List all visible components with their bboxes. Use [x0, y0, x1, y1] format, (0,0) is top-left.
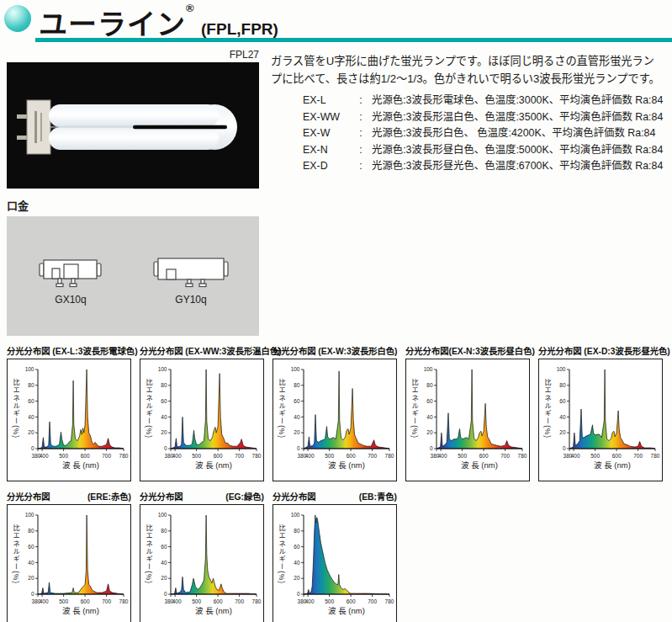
- chart-panel: 比エネルギー(%)020406080100380400500600700780波…: [273, 359, 397, 481]
- chart-panel: 比エネルギー(%)020406080100380400500600700780波…: [140, 359, 264, 481]
- chart-title: 分光分布図(ERE:赤色): [7, 490, 131, 502]
- spectral-charts-row-2: 分光分布図(ERE:赤色)比エネルギー(%)020406080100380400…: [0, 490, 672, 622]
- spectral-plot: 020406080100380400500600700780波 長 (nm): [273, 361, 396, 479]
- svg-text:0: 0: [297, 445, 300, 451]
- svg-text:40: 40: [294, 414, 300, 420]
- top-section: FPL27: [0, 49, 672, 189]
- spectral-chart-EX-W: 分光分布図 (EX-W:3波長形白色)比エネルギー(%)020406080100…: [273, 344, 397, 481]
- chart-title-left: 分光分布図: [140, 490, 183, 502]
- svg-text:400: 400: [305, 598, 315, 604]
- svg-text:600: 600: [347, 453, 356, 459]
- chart-title-left: 分光分布図(EX-N:3波長形昼白色): [405, 344, 535, 356]
- svg-text:780: 780: [119, 598, 129, 604]
- spectral-chart-ERE: 分光分布図(ERE:赤色)比エネルギー(%)020406080100380400…: [7, 490, 131, 622]
- base-diagram-box: GX10q GY10q: [7, 216, 259, 336]
- spectral-chart-EG: 分光分布図(EG:緑色)比エネルギー(%)0204060801003804005…: [140, 490, 264, 622]
- spectral-plot: 020406080100380400500600700780波 長 (nm): [140, 361, 263, 479]
- svg-text:600: 600: [81, 598, 90, 604]
- svg-text:100: 100: [557, 366, 566, 372]
- spec-code: EX-WW: [303, 109, 350, 126]
- product-description: ガラス管をU字形に曲げた蛍光ランプです。ほぼ同じ明るさの直管形蛍光ランプに比べて…: [271, 52, 664, 88]
- svg-text:100: 100: [158, 366, 167, 372]
- spectral-plot: 020406080100380400500600700780波 長 (nm): [8, 507, 130, 622]
- chart-title-right: (EG:緑色): [225, 490, 264, 502]
- svg-text:600: 600: [214, 598, 223, 604]
- spectral-chart-EX-L: 分光分布図 (EX-L:3波長形電球色)比エネルギー(%)02040608010…: [7, 344, 131, 481]
- x-axis-label: 波 長 (nm): [461, 460, 498, 470]
- svg-text:400: 400: [40, 453, 49, 459]
- spectral-plot: 020406080100380400500600700780波 長 (nm): [406, 361, 529, 479]
- spec-separator: :: [350, 93, 372, 109]
- svg-text:500: 500: [59, 598, 68, 604]
- svg-text:700: 700: [368, 598, 377, 604]
- x-axis-label: 波 長 (nm): [62, 460, 99, 470]
- svg-text:20: 20: [294, 429, 300, 435]
- chart-panel: 比エネルギー(%)020406080100380400500600700780波…: [7, 504, 131, 622]
- svg-text:780: 780: [651, 453, 660, 459]
- svg-text:500: 500: [192, 453, 201, 459]
- chart-panel: 比エネルギー(%)020406080100380400500600700780波…: [140, 504, 264, 622]
- svg-text:780: 780: [518, 453, 527, 459]
- spectral-chart-EX-D: 分光分布図 (EX-D:3波長形昼光色)比エネルギー(%)02040608010…: [538, 344, 663, 481]
- spectral-chart-EX-N: 分光分布図(EX-N:3波長形昼白色)比エネルギー(%)020406080100…: [405, 344, 530, 481]
- svg-text:0: 0: [31, 445, 34, 451]
- svg-text:40: 40: [294, 560, 300, 566]
- base-label-gy10q: GY10q: [148, 294, 234, 306]
- svg-text:500: 500: [590, 453, 600, 459]
- base-section-title: 口金: [7, 197, 672, 213]
- x-axis-label: 波 長 (nm): [195, 460, 232, 470]
- spectral-plot: 020406080100380400500600700780波 長 (nm): [8, 361, 130, 479]
- svg-text:500: 500: [192, 598, 201, 604]
- chart-panel: 比エネルギー(%)020406080100380400500600700780波…: [538, 359, 663, 481]
- svg-text:80: 80: [559, 382, 566, 388]
- svg-text:780: 780: [385, 598, 394, 604]
- svg-text:20: 20: [161, 575, 167, 581]
- spec-description: 光源色:3波長形白色、 色温度:4200K、平均演色評価数 Ra:84: [372, 125, 664, 142]
- spec-description: 光源色:3波長形昼白色、色温度:5000K、平均演色評価数 Ra:84: [372, 142, 664, 159]
- svg-text:40: 40: [28, 414, 34, 420]
- svg-text:700: 700: [633, 453, 643, 459]
- spec-row-EX-N: EX-N:光源色:3波長形昼白色、色温度:5000K、平均演色評価数 Ra:84: [303, 142, 664, 159]
- chart-title: 分光分布図(EX-N:3波長形昼白色): [405, 344, 530, 356]
- svg-text:700: 700: [368, 453, 377, 459]
- svg-text:600: 600: [479, 453, 489, 459]
- chart-title: 分光分布図 (EX-W:3波長形白色): [273, 344, 397, 356]
- spec-row-EX-W: EX-W:光源色:3波長形白色、 色温度:4200K、平均演色評価数 Ra:84: [303, 125, 664, 142]
- base-label-gx10q: GX10q: [32, 294, 109, 306]
- svg-text:400: 400: [172, 598, 182, 604]
- svg-text:700: 700: [102, 598, 111, 604]
- chart-title: 分光分布図(EG:緑色): [140, 490, 264, 502]
- svg-text:500: 500: [458, 453, 467, 459]
- svg-text:400: 400: [40, 598, 49, 604]
- spec-separator: :: [350, 158, 372, 175]
- svg-text:40: 40: [559, 414, 566, 420]
- spec-description: 光源色:3波長形温白色、色温度:3500K、平均演色評価数 Ra:84: [372, 109, 664, 126]
- chart-panel: 比エネルギー(%)020406080100380400500600700780波…: [7, 359, 131, 481]
- svg-text:80: 80: [294, 382, 300, 388]
- chart-title-left: 分光分布図 (EX-W:3波長形白色): [273, 344, 398, 356]
- product-info-column: ガラス管をU字形に曲げた蛍光ランプです。ほぼ同じ明るさの直管形蛍光ランプに比べて…: [264, 49, 672, 189]
- svg-text:20: 20: [426, 429, 433, 435]
- svg-text:780: 780: [252, 598, 262, 604]
- svg-text:60: 60: [161, 398, 167, 404]
- spectral-plot: 020406080100380400500600700780波 長 (nm): [539, 361, 662, 479]
- svg-text:100: 100: [291, 512, 300, 518]
- svg-text:60: 60: [559, 398, 566, 404]
- svg-text:700: 700: [235, 453, 244, 459]
- brand-sphere-icon: [4, 5, 31, 32]
- base-figure-gy10q: GY10q: [148, 247, 234, 306]
- svg-text:780: 780: [119, 453, 129, 459]
- svg-text:100: 100: [291, 366, 300, 372]
- svg-text:0: 0: [164, 445, 167, 451]
- svg-text:80: 80: [161, 382, 167, 388]
- svg-text:600: 600: [612, 453, 622, 459]
- svg-text:100: 100: [424, 366, 433, 372]
- svg-text:80: 80: [161, 528, 167, 534]
- svg-text:20: 20: [559, 429, 566, 435]
- x-axis-label: 波 長 (nm): [594, 460, 631, 470]
- svg-text:500: 500: [325, 598, 334, 604]
- chart-panel: 比エネルギー(%)020406080100380400500600700780波…: [273, 504, 397, 622]
- svg-text:0: 0: [297, 591, 300, 597]
- spectral-charts-row-1: 分光分布図 (EX-L:3波長形電球色)比エネルギー(%)02040608010…: [0, 344, 672, 481]
- page-title: ユーライン: [39, 2, 186, 43]
